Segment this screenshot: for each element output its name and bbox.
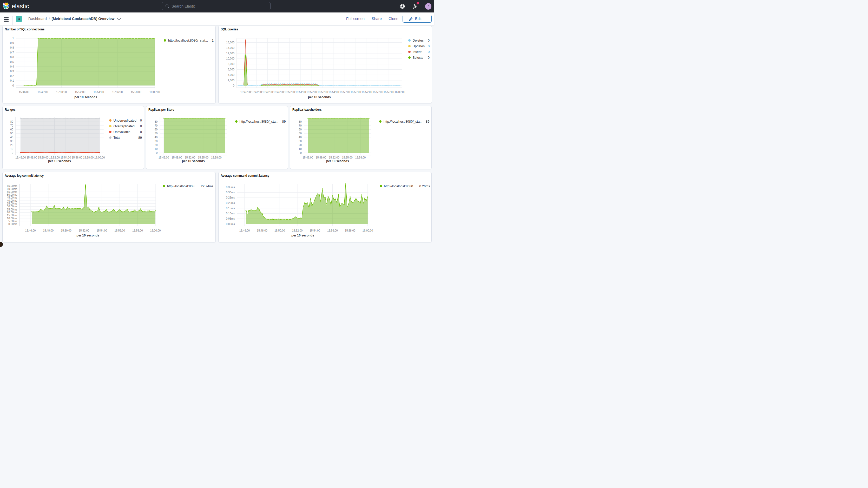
svg-text:50.00ms: 50.00ms	[7, 193, 17, 196]
svg-text:0.1: 0.1	[10, 79, 14, 82]
svg-text:15:50:00: 15:50:00	[38, 156, 49, 159]
svg-text:16:00:00: 16:00:00	[150, 229, 161, 232]
svg-text:15:54:00: 15:54:00	[94, 91, 104, 94]
svg-text:15:55:00: 15:55:00	[339, 91, 350, 94]
svg-text:40.00ms: 40.00ms	[7, 199, 17, 202]
svg-text:70: 70	[155, 124, 158, 127]
svg-text:35.00ms: 35.00ms	[7, 202, 17, 205]
svg-text:0: 0	[156, 152, 158, 154]
svg-text:16,000: 16,000	[226, 41, 235, 44]
svg-text:12,000: 12,000	[226, 52, 235, 55]
svg-text:15:46:00: 15:46:00	[239, 229, 250, 232]
svg-text:15:52:00: 15:52:00	[79, 229, 89, 232]
svg-text:15:56:00: 15:56:00	[72, 156, 82, 159]
svg-text:15:58:00: 15:58:00	[131, 91, 142, 94]
svg-text:0.6: 0.6	[10, 56, 14, 59]
svg-text:15:54:00: 15:54:00	[97, 229, 107, 232]
svg-text:15:54:00: 15:54:00	[329, 91, 339, 94]
svg-text:20: 20	[299, 144, 302, 147]
svg-text:0.8: 0.8	[10, 46, 14, 49]
svg-text:60: 60	[10, 128, 13, 131]
svg-text:5.00ms: 5.00ms	[8, 220, 17, 223]
svg-text:15:48:00: 15:48:00	[262, 91, 273, 94]
svg-text:15:53:00: 15:53:00	[317, 91, 328, 94]
svg-text:16:00:00: 16:00:00	[395, 91, 405, 94]
svg-text:0: 0	[12, 152, 13, 154]
svg-text:0.05ms: 0.05ms	[226, 217, 235, 220]
svg-text:15:52:00: 15:52:00	[49, 156, 60, 159]
svg-text:1: 1	[12, 37, 14, 40]
svg-text:15:56:00: 15:56:00	[112, 91, 123, 94]
svg-text:15:52:00: 15:52:00	[75, 91, 86, 94]
svg-text:40: 40	[299, 136, 302, 139]
svg-text:65.00ms: 65.00ms	[7, 184, 17, 187]
svg-text:15:59:00: 15:59:00	[383, 91, 394, 94]
svg-text:15:48:00: 15:48:00	[257, 229, 268, 232]
svg-text:15:49:00: 15:49:00	[316, 156, 327, 159]
svg-text:0: 0	[300, 152, 302, 154]
svg-text:16:00:00: 16:00:00	[363, 229, 373, 232]
svg-text:16:00:00: 16:00:00	[94, 156, 105, 159]
svg-text:0.30ms: 0.30ms	[226, 191, 235, 194]
svg-text:0.00ms: 0.00ms	[8, 223, 17, 225]
svg-text:15:58:00: 15:58:00	[355, 156, 366, 159]
svg-text:15:55:00: 15:55:00	[198, 156, 209, 159]
svg-text:15:52:00: 15:52:00	[306, 91, 317, 94]
svg-text:10: 10	[10, 148, 13, 150]
svg-text:15:46:00: 15:46:00	[25, 229, 36, 232]
svg-text:15:49:00: 15:49:00	[273, 91, 284, 94]
svg-text:30: 30	[299, 140, 302, 143]
svg-text:per 10 seconds: per 10 seconds	[308, 95, 331, 99]
svg-text:per 10 seconds: per 10 seconds	[76, 234, 99, 237]
svg-text:80: 80	[155, 120, 158, 123]
svg-text:25.00ms: 25.00ms	[7, 208, 17, 211]
svg-text:15:52:00: 15:52:00	[329, 156, 339, 159]
svg-text:15:57:00: 15:57:00	[362, 91, 372, 94]
svg-text:15:52:00: 15:52:00	[292, 229, 303, 232]
svg-text:15:58:00: 15:58:00	[345, 229, 355, 232]
svg-text:14,000: 14,000	[226, 47, 235, 49]
svg-text:0.25ms: 0.25ms	[226, 196, 235, 199]
svg-text:15:58:00: 15:58:00	[372, 91, 383, 94]
svg-text:80: 80	[10, 120, 13, 123]
svg-text:60: 60	[299, 128, 302, 131]
svg-text:15:50:00: 15:50:00	[56, 91, 67, 94]
svg-text:15:50:00: 15:50:00	[284, 91, 295, 94]
svg-text:10.00ms: 10.00ms	[7, 217, 17, 220]
svg-text:15:56:00: 15:56:00	[350, 91, 361, 94]
svg-text:15:48:00: 15:48:00	[27, 156, 37, 159]
svg-text:10: 10	[299, 148, 302, 150]
svg-text:50: 50	[10, 132, 13, 135]
svg-text:80: 80	[299, 120, 302, 123]
svg-text:15:48:00: 15:48:00	[37, 91, 48, 94]
svg-text:per 10 seconds: per 10 seconds	[291, 234, 314, 237]
svg-text:0.3: 0.3	[10, 70, 14, 73]
svg-text:15:56:00: 15:56:00	[327, 229, 338, 232]
svg-text:15:55:00: 15:55:00	[342, 156, 353, 159]
svg-text:15:58:00: 15:58:00	[211, 156, 222, 159]
svg-text:20: 20	[10, 144, 13, 147]
svg-text:0.35ms: 0.35ms	[226, 186, 235, 189]
svg-text:0.20ms: 0.20ms	[226, 202, 235, 205]
svg-text:15:46:00: 15:46:00	[158, 156, 169, 159]
svg-text:15:46:00: 15:46:00	[19, 91, 29, 94]
svg-text:15:48:00: 15:48:00	[43, 229, 54, 232]
svg-text:20: 20	[155, 144, 158, 147]
svg-text:8,000: 8,000	[228, 63, 235, 65]
svg-text:0.5: 0.5	[10, 61, 14, 63]
svg-text:40: 40	[10, 136, 13, 139]
svg-text:70: 70	[10, 124, 13, 127]
svg-text:per 10 seconds: per 10 seconds	[48, 159, 71, 163]
svg-text:15:54:00: 15:54:00	[61, 156, 71, 159]
svg-text:15:52:00: 15:52:00	[185, 156, 195, 159]
svg-text:15:56:00: 15:56:00	[114, 229, 125, 232]
svg-text:15:50:00: 15:50:00	[274, 229, 285, 232]
svg-text:10,000: 10,000	[226, 57, 235, 60]
svg-text:10: 10	[155, 148, 158, 150]
svg-text:50: 50	[155, 132, 158, 135]
svg-text:15:46:00: 15:46:00	[240, 91, 251, 94]
svg-text:0.2: 0.2	[10, 74, 14, 78]
svg-text:60: 60	[155, 128, 158, 131]
svg-text:45.00ms: 45.00ms	[7, 196, 17, 199]
svg-text:50: 50	[299, 132, 302, 135]
